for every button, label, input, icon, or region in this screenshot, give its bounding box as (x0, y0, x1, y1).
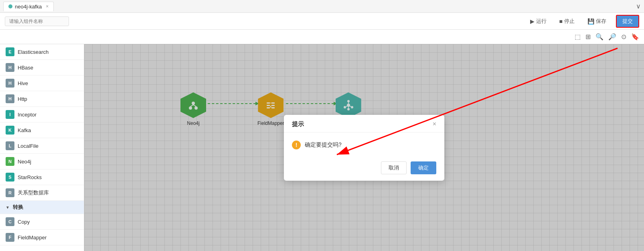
dialog-close-button[interactable]: × (433, 120, 436, 128)
stop-button[interactable]: ■ 停止 (556, 16, 578, 27)
zoom-out-icon[interactable]: 🔎 (608, 33, 616, 41)
main-layout: E Elasticsearch H HBase H Hive H Http I … (0, 44, 644, 251)
sidebar-label-localfile: LocalFile (18, 143, 38, 149)
sidebar-item-hbase[interactable]: H HBase (0, 60, 84, 76)
sidebar-item-copy[interactable]: C Copy (0, 214, 84, 230)
tab-dot (8, 4, 12, 8)
sidebar-item-inceptor[interactable]: I Inceptor (0, 107, 84, 122)
sidebar-label-hbase: HBase (18, 65, 33, 71)
tab-close-icon[interactable]: × (46, 4, 49, 9)
tab-bar-collapse[interactable]: ∨ (636, 2, 641, 10)
toolbar: ▶ 运行 ■ 停止 💾 保存 提交 (0, 13, 644, 30)
search-input[interactable] (5, 16, 69, 26)
sidebar-item-transform[interactable]: ▼ 转换 (0, 201, 84, 214)
sidebar-item-hive[interactable]: H Hive (0, 76, 84, 91)
dialog-footer: 取消 确定 (284, 157, 444, 181)
dialog-message: 确定要提交吗? (305, 141, 342, 149)
bookmark-icon[interactable]: 🔖 (631, 33, 639, 41)
transform-arrow-icon: ▼ (6, 205, 10, 210)
elasticsearch-icon: E (6, 47, 14, 56)
sidebar: E Elasticsearch H HBase H Hive H Http I … (0, 44, 84, 251)
run-button[interactable]: ▶ 运行 (527, 16, 550, 27)
sidebar-label-elasticsearch: Elasticsearch (18, 49, 49, 55)
sidebar-item-elasticsearch[interactable]: E Elasticsearch (0, 44, 84, 60)
dialog: 提示 × ! 确定要提交吗? 取消 确定 (284, 115, 444, 181)
sidebar-item-localfile[interactable]: L LocalFile (0, 138, 84, 154)
inceptor-icon: I (6, 110, 14, 119)
sidebar-label-fieldmapper: FieldMapper (18, 235, 47, 241)
sidebar-label-http: Http (18, 96, 27, 102)
sidebar-label-copy: Copy (18, 219, 30, 225)
stop-label: 停止 (564, 18, 575, 25)
sidebar-label-hive: Hive (18, 80, 28, 86)
run-icon: ▶ (530, 18, 535, 24)
canvas[interactable]: Neo4j (84, 44, 644, 251)
toolbar-left (5, 16, 69, 26)
sidebar-label-relational: 关系型数据库 (18, 189, 49, 196)
stop-icon: ■ (559, 18, 563, 24)
run-label: 运行 (536, 18, 547, 25)
sidebar-item-starrocks[interactable]: S StarRocks (0, 169, 84, 185)
sidebar-item-relational[interactable]: R 关系型数据库 (0, 185, 84, 201)
sidebar-item-http[interactable]: H Http (0, 91, 84, 107)
tab-neo4j-kafka[interactable]: neo4j-kafka × (3, 2, 54, 11)
sidebar-label-transform: 转换 (13, 204, 23, 211)
sidebar-label-starrocks: StarRocks (18, 174, 42, 180)
dialog-header: 提示 × (284, 115, 444, 133)
submit-button[interactable]: 提交 (616, 15, 639, 28)
kafka-icon: K (6, 126, 14, 135)
dialog-body: ! 确定要提交吗? (284, 133, 444, 157)
confirm-button[interactable]: 确定 (411, 161, 436, 174)
localfile-icon: L (6, 141, 14, 150)
sidebar-item-neo4j[interactable]: N Neo4j (0, 154, 84, 169)
dialog-overlay: 提示 × ! 确定要提交吗? 取消 确定 (84, 44, 644, 251)
sidebar-label-inceptor: Inceptor (18, 112, 36, 118)
fit-icon[interactable]: ⊙ (621, 33, 626, 41)
copy-icon: C (6, 217, 14, 226)
hbase-icon: H (6, 63, 14, 72)
toolbar-right: ▶ 运行 ■ 停止 💾 保存 提交 (527, 15, 639, 28)
fieldmapper-icon: F (6, 233, 14, 242)
tab-bar: neo4j-kafka × ∨ (0, 0, 644, 13)
select-icon[interactable]: ⬚ (575, 33, 581, 41)
dialog-warning-icon: ! (292, 141, 301, 149)
http-icon: H (6, 94, 14, 103)
starrocks-icon: S (6, 173, 14, 182)
dialog-title: 提示 (292, 120, 304, 128)
zoom-in-icon[interactable]: 🔍 (595, 33, 603, 41)
sidebar-item-fieldmapper[interactable]: F FieldMapper (0, 230, 84, 245)
submit-label: 提交 (622, 18, 633, 24)
relational-icon: R (6, 188, 14, 197)
hive-icon: H (6, 79, 14, 88)
save-button[interactable]: 💾 保存 (584, 16, 610, 27)
sidebar-label-neo4j: Neo4j (18, 159, 31, 165)
save-label: 保存 (596, 18, 606, 25)
icon-toolbar: ⬚ ⊞ 🔍 🔎 ⊙ 🔖 (0, 30, 644, 44)
save-icon: 💾 (587, 18, 594, 24)
sidebar-label-kafka: Kafka (18, 127, 31, 133)
pan-icon[interactable]: ⊞ (585, 33, 591, 41)
neo4j-icon: N (6, 157, 14, 166)
sidebar-item-kafka[interactable]: K Kafka (0, 122, 84, 138)
tab-label: neo4j-kafka (15, 4, 42, 10)
cancel-button[interactable]: 取消 (381, 161, 407, 174)
